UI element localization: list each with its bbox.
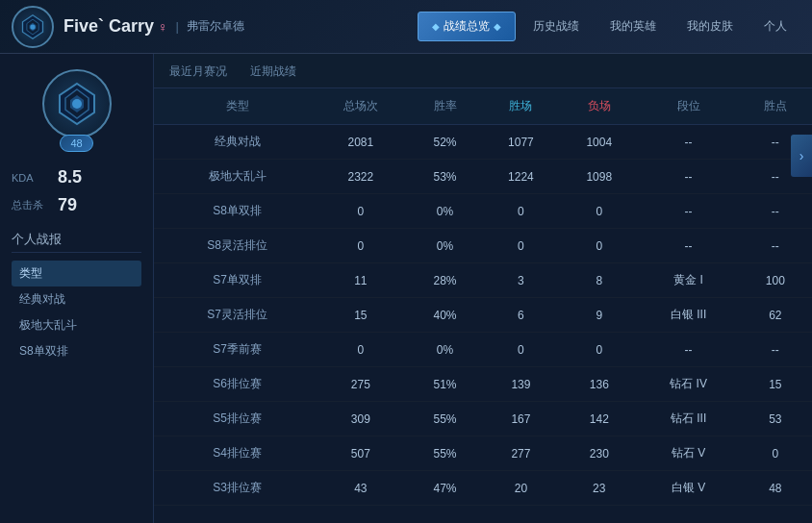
cell-rate: 51%	[408, 367, 481, 402]
sub-tab-monthly[interactable]: 最近月赛况	[169, 58, 227, 87]
cell-rate: 40%	[408, 298, 481, 333]
nav-btn-history[interactable]: 历史战绩	[520, 12, 593, 40]
svg-point-3	[30, 24, 35, 29]
cell-rate: 55%	[408, 436, 481, 471]
cell-points: 48	[739, 471, 812, 506]
cell-points: 15	[739, 367, 812, 402]
cell-rank: 钻石 V	[639, 436, 739, 471]
avatar-area: 48	[12, 69, 141, 152]
cell-points: --	[739, 333, 812, 367]
cell-wins: 6	[482, 298, 560, 333]
cell-total: 0	[313, 229, 408, 263]
sidebar-item-type[interactable]: 类型	[12, 261, 141, 286]
right-arrow-button[interactable]: ›	[791, 135, 812, 177]
cell-type: S8单双排	[154, 194, 313, 229]
cell-losses: 142	[560, 402, 638, 436]
sidebar-item-aram[interactable]: 极地大乱斗	[12, 312, 141, 338]
cell-wins: 0	[482, 194, 560, 229]
nav-btn-personal[interactable]: 个人	[750, 12, 800, 40]
col-header-type: 类型	[154, 88, 313, 125]
cell-type: 极地大乱斗	[154, 160, 313, 194]
cell-rank: 钻石 IV	[639, 367, 739, 402]
col-header-total: 总场次	[313, 88, 408, 125]
table-row: 极地大乱斗 2322 53% 1224 1098 -- --	[154, 160, 812, 194]
table-row: S8灵活排位 0 0% 0 0 -- --	[154, 229, 812, 263]
cell-points: 53	[739, 402, 812, 436]
cell-rank: 黄金 I	[639, 263, 739, 298]
table-container[interactable]: 类型 总场次 胜率 胜场 负场 段位 胜点 经典对战 2081 52% 1077…	[154, 88, 812, 523]
col-header-rate: 胜率	[408, 88, 481, 125]
cell-losses: 9	[560, 298, 638, 333]
cell-total: 309	[313, 402, 408, 436]
table-row: 经典对战 2081 52% 1077 1004 -- --	[154, 125, 812, 160]
kills-row: 总击杀 79	[12, 195, 141, 215]
table-row: S5排位赛 309 55% 167 142 钻石 III 53	[154, 402, 812, 436]
sidebar-item-s8solo[interactable]: S8单双排	[12, 338, 141, 364]
cell-wins: 0	[482, 333, 560, 367]
cell-points: 62	[739, 298, 812, 333]
cell-rate: 28%	[408, 263, 481, 298]
cell-total: 0	[313, 194, 408, 229]
cell-losses: 0	[560, 333, 638, 367]
nav-btn-overview[interactable]: ◆ 战绩总览 ◆	[418, 12, 516, 41]
nav-btn-skins[interactable]: 我的皮肤	[673, 12, 747, 40]
table-row: S6排位赛 275 51% 139 136 钻石 IV 15	[154, 367, 812, 402]
cell-points: --	[739, 229, 812, 263]
cell-type: 经典对战	[154, 125, 313, 160]
cell-points: 100	[739, 263, 812, 298]
cell-wins: 167	[482, 402, 560, 436]
cell-rate: 0%	[408, 194, 481, 229]
cell-losses: 0	[560, 229, 638, 263]
cell-type: S7单双排	[154, 263, 313, 298]
cell-wins: 139	[482, 367, 560, 402]
cell-total: 507	[313, 436, 408, 471]
cell-type: S7季前赛	[154, 333, 313, 367]
cell-rank: --	[639, 229, 739, 263]
diamond-icon-left: ◆	[432, 21, 440, 32]
cell-losses: 1004	[560, 125, 638, 160]
cell-losses: 1098	[560, 160, 638, 194]
cell-points: --	[739, 194, 812, 229]
cell-rate: 52%	[408, 125, 481, 160]
cell-total: 43	[313, 471, 408, 506]
top-nav: ◆ 战绩总览 ◆ 历史战绩 我的英雄 我的皮肤 个人	[418, 12, 800, 41]
col-header-wins: 胜场	[482, 88, 560, 125]
table-row: S4排位赛 507 55% 277 230 钻石 V 0	[154, 436, 812, 471]
cell-rate: 55%	[408, 402, 481, 436]
cell-wins: 0	[482, 229, 560, 263]
sidebar-section-title: 个人战报	[12, 231, 141, 253]
cell-losses: 23	[560, 471, 638, 506]
top-bar: Five` Carry ♀ | 弗雷尔卓德 ◆ 战绩总览 ◆ 历史战绩 我的英雄…	[0, 0, 812, 54]
player-name: Five` Carry	[63, 16, 154, 37]
kills-label: 总击杀	[12, 198, 50, 212]
cell-rank: 钻石 III	[639, 402, 739, 436]
cell-wins: 20	[482, 471, 560, 506]
level-badge: 48	[60, 135, 92, 152]
cell-total: 2322	[313, 160, 408, 194]
divider: |	[176, 19, 179, 34]
cell-type: S7灵活排位	[154, 298, 313, 333]
cell-rate: 0%	[408, 333, 481, 367]
cell-wins: 277	[482, 436, 560, 471]
svg-point-7	[72, 99, 82, 109]
sub-tab-recent[interactable]: 近期战绩	[250, 58, 296, 87]
table-row: S3排位赛 43 47% 20 23 白银 V 48	[154, 471, 812, 506]
gender-icon: ♀	[158, 19, 168, 35]
cell-wins: 3	[482, 263, 560, 298]
sidebar-item-classic[interactable]: 经典对战	[12, 286, 141, 312]
cell-type: S4排位赛	[154, 436, 313, 471]
cell-type: S5排位赛	[154, 402, 313, 436]
table-row: S8单双排 0 0% 0 0 -- --	[154, 194, 812, 229]
cell-rank: --	[639, 160, 739, 194]
sub-tabs: 最近月赛况 近期战绩	[154, 54, 812, 88]
cell-rank: --	[639, 333, 739, 367]
avatar	[42, 69, 112, 138]
cell-wins: 1224	[482, 160, 560, 194]
kills-value: 79	[58, 195, 77, 215]
cell-losses: 8	[560, 263, 638, 298]
nav-btn-heroes[interactable]: 我的英雄	[596, 12, 670, 40]
table-row: S7单双排 11 28% 3 8 黄金 I 100	[154, 263, 812, 298]
cell-losses: 0	[560, 194, 638, 229]
cell-type: S6排位赛	[154, 367, 313, 402]
cell-total: 275	[313, 367, 408, 402]
